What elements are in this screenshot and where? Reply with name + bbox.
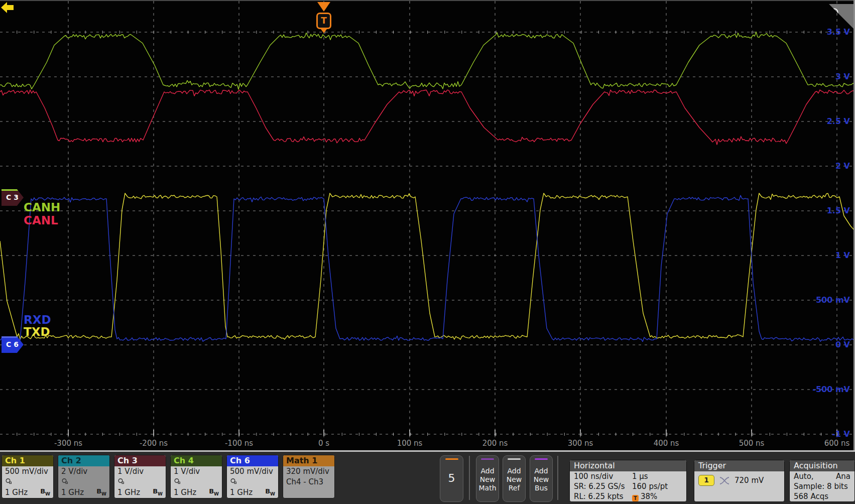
add-new-bus-button[interactable]: AddNewBus: [530, 455, 553, 502]
bandwidth-limit-icon: BW: [153, 487, 163, 498]
time-axis-label: 600 ns: [824, 439, 850, 448]
trace-canh: [0, 32, 855, 89]
time-axis-label: -200 ns: [140, 439, 168, 448]
add-new-bus-label: AddNewBus: [530, 467, 552, 492]
voltage-axis-label: 2 V: [835, 161, 850, 171]
probe-icon: [58, 477, 109, 487]
trace-rxd: [0, 195, 855, 342]
toolbar-divider: [557, 456, 558, 500]
acquisition-sample-bits: Sample: 8 bits: [794, 481, 850, 491]
channel-badge-ch1[interactable]: Ch 1 500 mV/div 1 GHzBW: [2, 455, 54, 498]
waveform-canvas: [0, 1, 855, 451]
channel-badge-ch4-scale: 1 V/div: [171, 466, 222, 477]
callout-count-label: 5: [448, 472, 455, 484]
horizontal-record-length: RL: 6.25 kpts: [574, 491, 632, 501]
channel-badge-ch6-scale: 500 mV/div: [227, 466, 278, 477]
time-axis-label: 100 ns: [397, 439, 423, 448]
voltage-axis-label: 2.5 V: [827, 116, 850, 126]
horizontal-panel-title: Horizontal: [570, 460, 686, 471]
bandwidth-limit-icon: BW: [96, 487, 106, 498]
add-new-math-button[interactable]: AddNewMath: [476, 455, 499, 502]
time-axis-label: 400 ns: [654, 439, 679, 448]
channel-badge-ch6-bandwidth: 1 GHz: [230, 487, 253, 498]
trace-txd: [0, 193, 855, 340]
waveform-display: -300 ns-200 ns-100 ns0 s100 ns200 ns300 …: [0, 0, 855, 450]
channel-badge-ch2-bandwidth: 1 GHz: [61, 487, 84, 498]
acquisition-panel-title: Acquisition: [790, 460, 854, 471]
time-axis-label: 300 ns: [568, 439, 593, 448]
horizontal-panel[interactable]: Horizontal 100 ns/div1 µs SR: 6.25 GS/s1…: [569, 460, 687, 502]
channel-badge-ch2-scale: 2 V/div: [58, 466, 109, 477]
channel-badge-ch1-scale: 500 mV/div: [2, 466, 53, 477]
trigger-source-badge: 1: [698, 475, 714, 486]
trigger-position-icon[interactable]: [317, 2, 330, 12]
trigger-position-mini-icon: T: [632, 495, 639, 501]
edge-cross-icon: [719, 476, 730, 485]
oscilloscope-screen: -300 ns-200 ns-100 ns0 s100 ns200 ns300 …: [0, 0, 855, 504]
probe-icon: [2, 477, 53, 487]
time-axis-label: -300 ns: [54, 439, 82, 448]
math-badge-source: Ch4 - Ch3: [283, 477, 334, 487]
channel-badge-ch1-header: Ch 1: [2, 455, 53, 466]
channel-3-flag-label: C 3: [6, 193, 19, 201]
probe-icon: [171, 477, 222, 487]
callout-count-button[interactable]: 5: [440, 455, 463, 502]
channel-badge-ch1-bandwidth: 1 GHz: [5, 487, 28, 498]
channel-badge-ch3[interactable]: Ch 3 1 V/div 1 GHzBW: [114, 455, 166, 498]
math-badge[interactable]: Math 1 320 mV/div Ch4 - Ch3: [283, 455, 335, 498]
math-badge-header: Math 1: [283, 455, 334, 466]
voltage-axis-label: 3 V: [835, 72, 850, 81]
acquisition-count: 568 Acqs: [794, 491, 850, 501]
trigger-level-value: 720 mV: [735, 476, 764, 485]
probe-icon: [114, 477, 166, 487]
acquisition-panel[interactable]: Acquisition Auto,Ana Sample: 8 bits 568 …: [789, 460, 855, 502]
channel-badge-ch4-bandwidth: 1 GHz: [174, 487, 196, 498]
math-accent-bar: [481, 458, 494, 460]
voltage-axis-label: -1 V: [832, 429, 850, 439]
trigger-panel[interactable]: Trigger 1 720 mV: [694, 460, 785, 502]
voltage-axis-label: 1 V: [835, 250, 850, 260]
trace-label-txd: TXD: [24, 325, 50, 338]
trigger-marker-badge[interactable]: T: [316, 13, 331, 29]
horizontal-scale: 100 ns/div: [574, 471, 632, 481]
channel-badge-ch4[interactable]: Ch 4 1 V/div 1 GHzBW: [170, 455, 222, 498]
toolbar-divider: [469, 456, 470, 500]
channel-badge-ch2-header: Ch 2: [58, 455, 109, 466]
channel-badge-ch2[interactable]: Ch 2 2 V/div 1 GHzBW: [58, 455, 110, 498]
trace-label-rxd: RXD: [24, 313, 51, 326]
horizontal-sample-rate: SR: 6.25 GS/s: [574, 481, 632, 491]
ref-accent-bar: [508, 458, 521, 460]
voltage-axis-label: 0 V: [835, 340, 850, 349]
voltage-axis-label: 1.5 V: [827, 206, 850, 215]
horizontal-resolution: 160 ps/pt: [632, 481, 668, 491]
horizontal-window: 1 µs: [632, 471, 648, 481]
voltage-axis-label: 3.5 V: [827, 27, 850, 37]
voltage-axis-label: 500 mV: [816, 295, 850, 305]
probe-icon: [227, 477, 278, 487]
trigger-level-arrow-icon[interactable]: [0, 1, 14, 14]
channel-badge-ch3-bandwidth: 1 GHz: [117, 487, 140, 498]
add-new-math-label: AddNewMath: [476, 467, 499, 492]
add-new-ref-label: AddNewRef: [503, 467, 525, 492]
channel-badge-ch3-header: Ch 3: [114, 455, 166, 466]
add-new-ref-button[interactable]: AddNewRef: [503, 455, 526, 502]
bus-accent-bar: [535, 458, 548, 460]
time-axis-label: 0 s: [318, 439, 329, 448]
trigger-marker-tip-icon: [321, 29, 327, 33]
channel-badge-ch6[interactable]: Ch 6 500 mV/div 1 GHzBW: [226, 455, 279, 498]
time-axis-label: -100 ns: [225, 439, 253, 448]
bandwidth-limit-icon: BW: [40, 487, 50, 498]
time-axis-label: 500 ns: [739, 439, 765, 448]
trace-label-canh: CANH: [24, 201, 60, 214]
status-bar: Ch 1 500 mV/div 1 GHzBW Ch 2 2 V/div 1 G…: [0, 452, 855, 504]
channel-6-flag-label: C 6: [6, 340, 19, 348]
channel-badge-ch6-header: Ch 6: [227, 455, 278, 466]
trigger-panel-title: Trigger: [694, 460, 784, 471]
trace-label-canl: CANL: [24, 214, 58, 227]
bandwidth-limit-icon: BW: [265, 487, 275, 498]
horizontal-trigger-position: T38%: [632, 491, 657, 501]
acquisition-mode-extra: Ana: [836, 471, 850, 481]
channel-badge-ch3-scale: 1 V/div: [114, 466, 166, 477]
time-axis-label: 200 ns: [482, 439, 508, 448]
trace-canl: [0, 90, 855, 145]
